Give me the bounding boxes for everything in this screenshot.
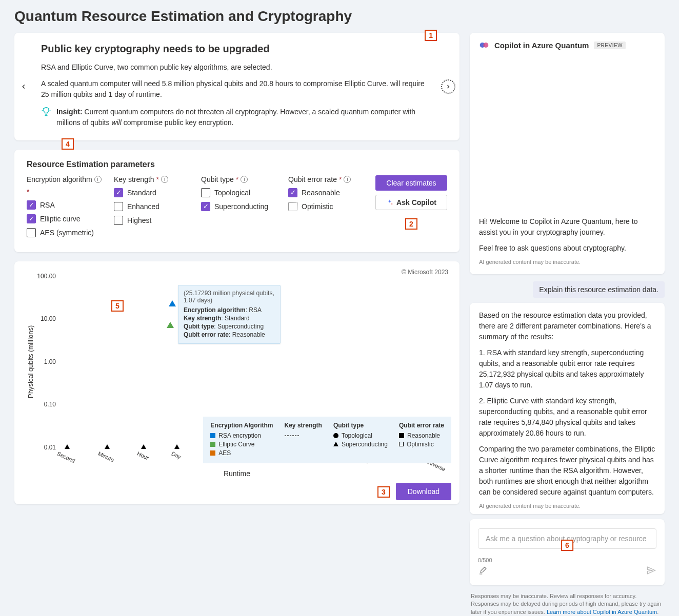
- key-label: Key strength * i: [114, 175, 191, 183]
- info-icon[interactable]: i: [241, 176, 248, 183]
- hero-line-1: RSA and Elliptic Curve, two common publi…: [41, 62, 433, 72]
- algo-label: Encryption algorithm i: [27, 175, 104, 183]
- hero-title: Public key cryptography needs to be upgr…: [41, 43, 433, 55]
- preview-badge: PREVIEW: [594, 42, 626, 49]
- chart-tooltip: (25.17293 million physical qubits, 1.07 …: [178, 285, 281, 344]
- checkbox-reasonable[interactable]: ✓: [288, 188, 297, 197]
- info-icon[interactable]: i: [344, 176, 351, 183]
- checkbox-superconducting[interactable]: ✓: [201, 202, 210, 211]
- checkbox-standard[interactable]: ✓: [114, 188, 123, 197]
- page-title: Quantum Resource Estimation and Cryptogr…: [14, 8, 665, 25]
- chart-legend: Encryption Algorithm RSA encryption Elli…: [203, 417, 451, 463]
- clear-estimates-button[interactable]: Clear estimates: [375, 175, 447, 191]
- checkbox-optimistic[interactable]: [288, 202, 297, 211]
- params-title: Resource Estimation parameters: [27, 160, 447, 169]
- qubit-label: Qubit type * i: [201, 175, 278, 183]
- copilot-response-1: 1. RSA with standard key strength, super…: [479, 347, 655, 391]
- checkbox-topological[interactable]: [201, 188, 210, 197]
- params-card: 4 Resource Estimation parameters Encrypt…: [14, 150, 460, 252]
- info-icon[interactable]: i: [94, 176, 102, 183]
- annotation-2: 2: [405, 218, 417, 230]
- copilot-panel: Copilot in Azure Quantum PREVIEW Hi! Wel…: [470, 33, 665, 616]
- copilot-logo-icon: [479, 40, 489, 50]
- error-label: Qubit error rate * i: [288, 175, 365, 183]
- disclaimer: AI generated content may be inaccurate.: [479, 259, 655, 265]
- checkbox-enhanced[interactable]: [114, 202, 123, 211]
- chart-card: © Microsoft 2023 Physical qubits (millio…: [14, 261, 460, 504]
- annotation-6: 6: [561, 540, 573, 551]
- svg-point-1: [483, 43, 488, 48]
- send-icon[interactable]: [646, 565, 656, 578]
- copilot-footer: Responses may be inaccurate. Review all …: [470, 590, 665, 616]
- hero-line-2: A scaled quantum computer will need 5.8 …: [41, 78, 433, 99]
- checkbox-elliptic[interactable]: ✓: [27, 214, 36, 223]
- copilot-header: Copilot in Azure Quantum PREVIEW: [470, 33, 665, 57]
- insight-text: Insight: Current quantum computers do no…: [56, 107, 433, 128]
- checkbox-aes[interactable]: [27, 228, 36, 237]
- annotation-3: 3: [377, 486, 390, 498]
- y-axis-label: Physical qubits (millions): [23, 270, 34, 454]
- sparkle-icon: [386, 199, 393, 206]
- copilot-response-2: 2. Elliptic Curve with standard key stre…: [479, 396, 655, 439]
- annotation-4: 4: [62, 138, 74, 150]
- checkbox-highest[interactable]: [114, 216, 123, 225]
- disclaimer: AI generated content may be inaccurate.: [479, 503, 655, 509]
- data-point-rsa[interactable]: [169, 300, 176, 306]
- download-button[interactable]: Download: [396, 483, 451, 500]
- data-point-elliptic[interactable]: [167, 322, 174, 328]
- copilot-response-intro: Based on the resource estimation data yo…: [479, 310, 655, 342]
- hero-card: 1 Public key cryptography needs to be up…: [14, 33, 460, 140]
- info-icon[interactable]: i: [161, 176, 168, 183]
- user-message: Explain this resource estimation data.: [533, 281, 665, 298]
- ask-copilot-button[interactable]: Ask Copilot: [375, 195, 447, 210]
- checkbox-rsa[interactable]: ✓: [27, 200, 36, 210]
- x-axis-label: Runtime: [23, 469, 451, 478]
- copilot-greeting-2: Feel free to ask questions about cryptog…: [479, 243, 655, 254]
- annotation-1: 1: [425, 30, 437, 41]
- copilot-response-compare: Comparing the two parameter combinations…: [479, 444, 655, 498]
- copilot-greeting-1: Hi! Welcome to Copilot in Azure Quantum,…: [479, 216, 655, 238]
- hero-next-button[interactable]: [441, 79, 455, 94]
- clear-icon[interactable]: [478, 566, 487, 578]
- lightbulb-icon: [41, 107, 51, 118]
- char-count: 0/500: [478, 557, 492, 563]
- learn-more-link[interactable]: Learn more about Copilot in Azure Quantu…: [547, 609, 657, 615]
- hero-prev-button[interactable]: [16, 79, 31, 94]
- annotation-5: 5: [111, 300, 124, 312]
- y-axis-ticks: 100.00 10.00 1.00 0.10 0.01: [34, 270, 60, 454]
